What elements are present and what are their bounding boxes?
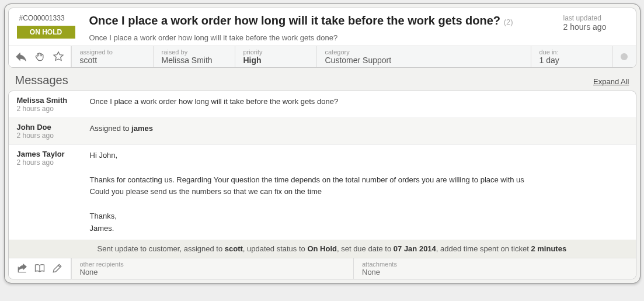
update-text: , set due date to [337, 244, 394, 253]
message-body: Once I place a work order how long will … [90, 96, 628, 113]
message-line: Thanks for contacting us. Regarding Your… [90, 174, 628, 186]
message-author-col: Melissa Smith 2 hours ago [17, 96, 90, 113]
raised-by-cell[interactable]: raised by Melissa Smith [153, 46, 235, 67]
ticket-window: #CO00001333 ON HOLD Once I place a work … [4, 4, 640, 283]
assigned-to-value: scott [80, 56, 145, 65]
attachments-value: None [362, 268, 628, 276]
attachments-cell: attachments None [353, 258, 636, 279]
recipients-value: None [80, 268, 346, 276]
expand-all-link[interactable]: Expand All [593, 77, 629, 86]
last-updated-value: 2 hours ago [563, 22, 628, 32]
message-row[interactable]: James Taylor 2 hours ago Hi John, Thanks… [9, 145, 636, 240]
ticket-header-top: #CO00001333 ON HOLD Once I place a work … [9, 8, 636, 46]
message-body: Assigned to james [90, 123, 628, 140]
assigned-to-label: assigned to [80, 49, 145, 56]
ticket-id: #CO00001333 [17, 14, 87, 22]
message-time: 2 hours ago [17, 105, 90, 113]
due-value: 1 day [539, 56, 604, 65]
status-badge: ON HOLD [17, 26, 75, 39]
message-row[interactable]: Melissa Smith 2 hours ago Once I place a… [9, 91, 636, 118]
share-icon[interactable] [13, 260, 31, 277]
book-icon[interactable] [31, 260, 48, 277]
message-author-col: John Doe 2 hours ago [17, 123, 90, 140]
update-text: , added time spent on ticket [436, 244, 531, 253]
message-row[interactable]: John Doe 2 hours ago Assigned to james [9, 118, 636, 145]
ticket-header-card: #CO00001333 ON HOLD Once I place a work … [8, 8, 636, 68]
message-author: John Doe [17, 123, 90, 132]
status-dot-icon [621, 53, 628, 60]
category-value: Customer Support [325, 56, 523, 65]
recipients-cell: other recipients None [71, 258, 354, 279]
message-time: 2 hours ago [17, 132, 90, 140]
status-dot-cell [612, 46, 636, 67]
attachments-label: attachments [362, 261, 628, 268]
meta-row: assigned to scott raised by Melissa Smit… [9, 46, 636, 67]
due-cell[interactable]: due in: 1 day [531, 46, 612, 67]
priority-cell[interactable]: priority High [235, 46, 316, 67]
message-line: Thanks, [90, 210, 628, 223]
priority-label: priority [243, 49, 308, 56]
messages-header: Messages Expand All [5, 68, 640, 91]
message-footer-row: other recipients None attachments None [9, 258, 636, 279]
message-line: Hi John, [90, 150, 628, 162]
last-updated-label: last updated [563, 14, 628, 22]
message-author-col: James Taylor 2 hours ago [17, 150, 90, 235]
raised-by-value: Melissa Smith [162, 56, 227, 65]
message-text-bold: james [131, 124, 153, 133]
recipients-label: other recipients [80, 261, 346, 268]
header-actions [9, 46, 71, 67]
ticket-title: Once I place a work order how long will … [89, 14, 554, 27]
system-update-row: Sent update to customer, assigned to sco… [9, 240, 636, 258]
ticket-title-column: Once I place a work order how long will … [87, 14, 563, 42]
message-time: 2 hours ago [17, 158, 90, 167]
edit-icon[interactable] [48, 260, 66, 277]
category-cell[interactable]: category Customer Support [316, 46, 531, 67]
due-label: due in: [539, 49, 604, 56]
message-body: Hi John, Thanks for contacting us. Regar… [90, 150, 628, 235]
star-icon[interactable] [50, 48, 67, 65]
update-bold: 2 minutes [531, 244, 566, 253]
message-text: Assigned to [90, 124, 132, 133]
update-bold: 07 Jan 2014 [394, 244, 436, 253]
raised-by-label: raised by [162, 49, 227, 56]
last-updated: last updated 2 hours ago [563, 14, 628, 32]
grab-icon[interactable] [31, 48, 48, 65]
update-bold: scott [225, 244, 243, 253]
update-bold: On Hold [307, 244, 337, 253]
category-label: category [325, 49, 523, 56]
reply-icon[interactable] [12, 48, 30, 65]
messages-heading: Messages [15, 74, 68, 87]
message-line: Could you please send us the numbers so … [90, 186, 628, 198]
ticket-id-column: #CO00001333 ON HOLD [17, 14, 87, 39]
priority-value: High [243, 56, 308, 65]
update-text: Sent update to customer, assigned to [98, 244, 225, 253]
message-line: James. [90, 223, 628, 235]
ticket-subtitle: Once I place a work order how long will … [89, 33, 554, 42]
message-author: Melissa Smith [17, 96, 90, 105]
message-author: James Taylor [17, 150, 90, 158]
ticket-reply-count: (2) [504, 18, 513, 26]
message-text: Once I place a work order how long will … [90, 97, 339, 106]
footer-actions [9, 258, 71, 279]
ticket-title-text: Once I place a work order how long will … [89, 14, 501, 27]
assigned-to-cell[interactable]: assigned to scott [71, 46, 153, 67]
messages-card: Melissa Smith 2 hours ago Once I place a… [8, 91, 636, 279]
update-text: , updated status to [243, 244, 308, 253]
